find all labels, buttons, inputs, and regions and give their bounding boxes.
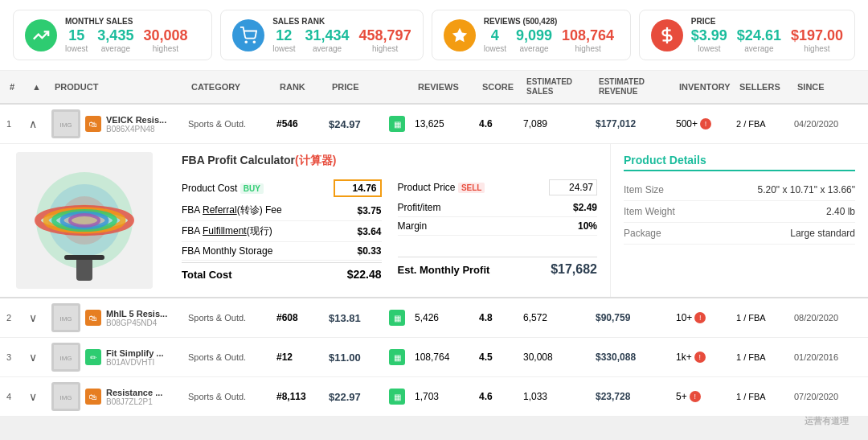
- reviews-content: REVIEWS (500,428) 4 lowest 9,099 average…: [484, 17, 614, 53]
- row3-est-revenue: $330,088: [596, 352, 676, 363]
- svg-point-1: [254, 41, 256, 43]
- row2-sellers: 1 / FBA: [736, 313, 794, 323]
- calc-profit-item-label: Profit/item: [398, 202, 441, 213]
- buy-badge: BUY: [240, 183, 264, 194]
- row1-chevron[interactable]: ∧: [29, 117, 51, 130]
- row2-thumb: IMG: [51, 303, 80, 332]
- row2-category: Sports & Outd.: [188, 313, 276, 323]
- reviews-avg-num: 9,099: [516, 27, 552, 44]
- row2-chevron[interactable]: ∨: [29, 311, 51, 324]
- th-calc: [389, 85, 415, 88]
- reviews-lowest-label: lowest: [484, 44, 506, 53]
- th-sort[interactable]: ▲: [29, 80, 51, 93]
- monthly-sales-lowest: 15 lowest: [65, 27, 88, 53]
- row1-product: IMG 🛍 VEICK Resis... B086X4PN48: [51, 109, 188, 138]
- row2-score: 4.8: [479, 312, 523, 323]
- monthly-sales-high-num: 30,008: [143, 27, 187, 44]
- calc-right: Product Price SELL Profit/item $2.49 Mar…: [398, 176, 598, 284]
- svg-text:IMG: IMG: [59, 315, 72, 323]
- calc-row-referral: FBA Referral(转诊) Fee $3.75: [182, 200, 382, 221]
- stats-bar: MONTHLY SALES 15 lowest 3,435 average 30…: [0, 0, 868, 71]
- row2-since: 08/20/2020: [794, 313, 857, 323]
- calc-referral-value: $3.75: [357, 205, 381, 216]
- calc-storage-value: $0.33: [357, 245, 381, 257]
- row4-product: IMG 🛍 Resistance ... B08J7ZL2P1: [51, 382, 188, 411]
- row3-price: $11.00: [329, 352, 389, 364]
- calc-referral-label: FBA Referral(转诊) Fee: [182, 204, 282, 217]
- sales-rank-average: 31,434 average: [305, 27, 350, 53]
- price-avg-label: average: [744, 44, 773, 53]
- price-lowest-label: lowest: [698, 44, 720, 53]
- price-card: PRICE $3.99 lowest $24.61 average $197.0…: [639, 10, 855, 60]
- calc-row-total: Total Cost $22.48: [182, 262, 382, 284]
- th-num: #: [6, 80, 29, 93]
- monthly-sales-highest: 30,008 highest: [143, 27, 187, 53]
- th-category: CATEGORY: [188, 80, 276, 93]
- sales-rank-icon: [232, 19, 264, 51]
- svg-rect-16: [76, 257, 92, 281]
- calc-row-product-cost: Product Cost BUY: [182, 176, 382, 200]
- calc-fulfillment-label: FBA Fulfillment(现行): [182, 224, 272, 238]
- row1-reviews: 13,625: [415, 118, 479, 130]
- row4-product-name: Resistance ...: [106, 388, 162, 397]
- price-high-label: highest: [804, 44, 829, 53]
- fulfillment-underline: Fulfillment: [203, 225, 247, 236]
- row4-calc-btn[interactable]: ▦: [389, 389, 405, 405]
- th-score: SCORE: [479, 80, 523, 93]
- calc-fulfillment-value: $3.64: [357, 226, 381, 237]
- row2-rank: #608: [276, 312, 329, 323]
- calc-row-product-price: Product Price SELL: [398, 176, 598, 199]
- row2-calc-btn[interactable]: ▦: [389, 310, 405, 326]
- row1-calc-btn[interactable]: ▦: [389, 116, 405, 132]
- svg-marker-2: [452, 27, 466, 41]
- calc-left: Product Cost BUY FBA Referral(转诊) Fee $3…: [182, 176, 382, 284]
- row3-chevron[interactable]: ∨: [29, 351, 51, 364]
- calc-row-storage: FBA Monthly Storage $0.33: [182, 242, 382, 261]
- product-cost-input[interactable]: [334, 179, 382, 197]
- reviews-title: REVIEWS (500,428): [484, 17, 614, 26]
- row2-price: $13.81: [329, 312, 389, 324]
- row1-product-icon: 🛍: [85, 116, 101, 132]
- monthly-sales-avg-num: 3,435: [97, 27, 133, 44]
- row3-rank: #12: [276, 352, 329, 363]
- row2-inventory: 10+ !: [676, 312, 736, 323]
- reviews-avg-label: average: [519, 44, 548, 53]
- reviews-high-label: highest: [575, 44, 600, 53]
- calc-total-value: $22.48: [347, 268, 382, 281]
- reviews-card: REVIEWS (500,428) 4 lowest 9,099 average…: [432, 10, 631, 60]
- svg-point-0: [245, 41, 247, 43]
- sales-rank-card: SALES RANK 12 lowest 31,434 average 458,…: [220, 10, 424, 60]
- th-since: SINCE: [794, 80, 857, 93]
- row1-est-sales: 7,089: [523, 118, 596, 130]
- detail-package-value: Large standard: [790, 228, 855, 239]
- product-price-input[interactable]: [549, 179, 597, 195]
- row4-rank: #8,113: [276, 391, 329, 402]
- row1-sellers: 2 / FBA: [736, 119, 794, 129]
- watermark: 运营有道理: [805, 415, 849, 417]
- row2-est-revenue: $90,759: [596, 312, 676, 323]
- row4-chevron[interactable]: ∨: [29, 390, 51, 403]
- monthly-sales-title: MONTHLY SALES: [65, 17, 187, 26]
- sales-rank-lowest-num: 12: [276, 27, 292, 44]
- detail-row-weight: Item Weight 2.40 lb: [624, 201, 855, 223]
- product-image-area: [0, 144, 169, 297]
- calc-title: FBA Profit Calculator(计算器): [182, 154, 597, 168]
- price-content: PRICE $3.99 lowest $24.61 average $197.0…: [691, 17, 843, 53]
- row1-est-revenue: $177,012: [596, 118, 676, 130]
- sales-rank-lowest: 12 lowest: [272, 27, 295, 53]
- th-rank: RANK: [276, 80, 329, 93]
- row2-est-sales: 6,572: [523, 312, 596, 323]
- calc-row-profit-item: Profit/item $2.49: [398, 199, 598, 217]
- row3-calc-btn[interactable]: ▦: [389, 349, 405, 365]
- calc-product-cost-label: Product Cost BUY: [182, 183, 264, 194]
- th-sellers: SELLERS: [736, 80, 794, 93]
- price-title: PRICE: [691, 17, 843, 26]
- row1-product-name: VEICK Resis...: [106, 115, 166, 125]
- calc-row-fulfillment: FBA Fulfillment(现行) $3.64: [182, 221, 382, 242]
- row4-num: 4: [6, 392, 29, 401]
- detail-size-label: Item Size: [624, 184, 664, 195]
- table-header: # ▲ PRODUCT CATEGORY RANK PRICE REVIEWS …: [0, 71, 868, 105]
- price-highest: $197.00 highest: [791, 27, 843, 53]
- price-avg-num: $24.61: [737, 27, 781, 44]
- monthly-sales-average: 3,435 average: [97, 27, 133, 53]
